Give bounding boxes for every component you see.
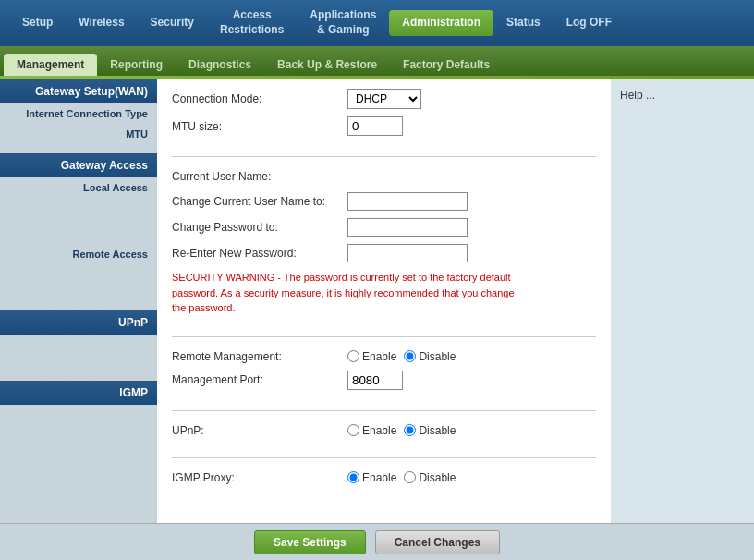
cancel-changes-button[interactable]: Cancel Changes — [375, 530, 500, 554]
connection-mode-label: Connection Mode: — [172, 92, 347, 105]
igmp-disable-label[interactable]: Disable — [404, 471, 456, 484]
tab-management[interactable]: Management — [4, 54, 97, 76]
upnp-section: UPnP: Enable Disable — [172, 424, 596, 458]
upnp-disable-radio[interactable] — [404, 424, 416, 436]
sidebar-section-upnp: UPnP — [0, 310, 157, 335]
remote-management-row: Remote Management: Enable Disable — [172, 350, 596, 363]
sidebar-section-gateway-access: Gateway Access — [0, 153, 157, 177]
igmp-enable-radio[interactable] — [347, 471, 359, 483]
help-label: Help ... — [620, 89, 655, 102]
sidebar-item-remote-access[interactable]: Remote Access — [0, 244, 157, 264]
reenter-password-row: Re-Enter New Password: — [172, 244, 596, 262]
tab-factory-defaults[interactable]: Factory Defaults — [390, 54, 503, 76]
sidebar: Gateway Setup(WAN) Internet Connection T… — [0, 79, 157, 523]
connection-mode-row: Connection Mode: DHCP Static IP PPPoE — [172, 89, 596, 109]
bottom-bar: Save Settings Cancel Changes — [0, 523, 754, 560]
content-area: Connection Mode: DHCP Static IP PPPoE MT… — [157, 79, 611, 523]
igmp-enable-label[interactable]: Enable — [347, 471, 396, 484]
change-username-row: Change Current User Name to: — [172, 192, 596, 211]
connection-mode-select[interactable]: DHCP Static IP PPPoE — [347, 89, 421, 109]
remote-management-radio-group: Enable Disable — [347, 350, 456, 363]
reenter-password-input[interactable] — [347, 244, 468, 262]
igmp-proxy-label: IGMP Proxy: — [172, 471, 347, 484]
remote-management-disable-label[interactable]: Disable — [404, 350, 456, 363]
nav-wireless[interactable]: Wireless — [66, 10, 137, 36]
igmp-disable-radio[interactable] — [404, 471, 416, 483]
change-password-input[interactable] — [347, 218, 468, 237]
gateway-setup-section: Connection Mode: DHCP Static IP PPPoE MT… — [172, 89, 596, 157]
change-password-label: Change Password to: — [172, 221, 347, 234]
remote-management-enable-radio[interactable] — [347, 350, 359, 362]
management-port-row: Management Port: — [172, 371, 596, 390]
remote-management-enable-label[interactable]: Enable — [347, 350, 396, 363]
igmp-section: IGMP Proxy: Enable Disable — [172, 471, 596, 505]
reenter-password-label: Re-Enter New Password: — [172, 247, 347, 260]
nav-logoff[interactable]: Log OFF — [553, 10, 625, 36]
security-warning: SECURITY WARNING - The password is curre… — [172, 270, 523, 316]
save-settings-button[interactable]: Save Settings — [254, 530, 366, 554]
mtu-size-row: MTU size: — [172, 116, 596, 136]
sidebar-section-igmp: IGMP — [0, 381, 157, 405]
management-port-input[interactable] — [347, 371, 403, 390]
upnp-label: UPnP: — [172, 424, 347, 437]
sidebar-item-internet-connection[interactable]: Internet Connection Type — [0, 103, 157, 124]
nav-administration[interactable]: Administration — [389, 10, 493, 36]
tab-backup-restore[interactable]: Back Up & Restore — [264, 54, 390, 76]
igmp-proxy-row: IGMP Proxy: Enable Disable — [172, 471, 596, 484]
change-username-label: Change Current User Name to: — [172, 195, 347, 208]
nav-security[interactable]: Security — [138, 10, 207, 36]
nav-access-restrictions[interactable]: Access Restrictions — [207, 3, 297, 43]
sidebar-item-local-access[interactable]: Local Access — [0, 177, 157, 198]
nav-status[interactable]: Status — [493, 10, 553, 36]
change-password-row: Change Password to: — [172, 218, 596, 237]
upnp-disable-label[interactable]: Disable — [404, 424, 456, 437]
remote-access-section: Remote Management: Enable Disable Manage… — [172, 350, 596, 411]
tab-bar: Management Reporting Diagnostics Back Up… — [0, 46, 754, 76]
current-user-label: Current User Name: — [172, 170, 596, 183]
tab-diagnostics[interactable]: Diagnostics — [176, 54, 264, 76]
tab-reporting[interactable]: Reporting — [97, 54, 176, 76]
mtu-size-label: MTU size: — [172, 120, 347, 133]
remote-management-label: Remote Management: — [172, 350, 347, 363]
nav-applications-gaming[interactable]: Applications & Gaming — [297, 3, 389, 43]
remote-management-disable-radio[interactable] — [404, 350, 416, 362]
upnp-row: UPnP: Enable Disable — [172, 424, 596, 437]
change-username-input[interactable] — [347, 192, 468, 211]
main-layout: Gateway Setup(WAN) Internet Connection T… — [0, 79, 754, 523]
upnp-radio-group: Enable Disable — [347, 424, 456, 437]
nav-setup[interactable]: Setup — [9, 10, 66, 36]
upnp-enable-radio[interactable] — [347, 424, 359, 436]
top-navigation: Setup Wireless Security Access Restricti… — [0, 0, 754, 46]
igmp-radio-group: Enable Disable — [347, 471, 456, 484]
management-port-label: Management Port: — [172, 373, 347, 386]
mtu-size-input[interactable] — [347, 116, 403, 136]
sidebar-item-mtu[interactable]: MTU — [0, 124, 157, 144]
help-panel: Help ... — [611, 79, 754, 523]
upnp-enable-label[interactable]: Enable — [347, 424, 396, 437]
gateway-access-section: Current User Name: Change Current User N… — [172, 170, 596, 337]
sidebar-section-gateway-setup: Gateway Setup(WAN) — [0, 79, 157, 103]
